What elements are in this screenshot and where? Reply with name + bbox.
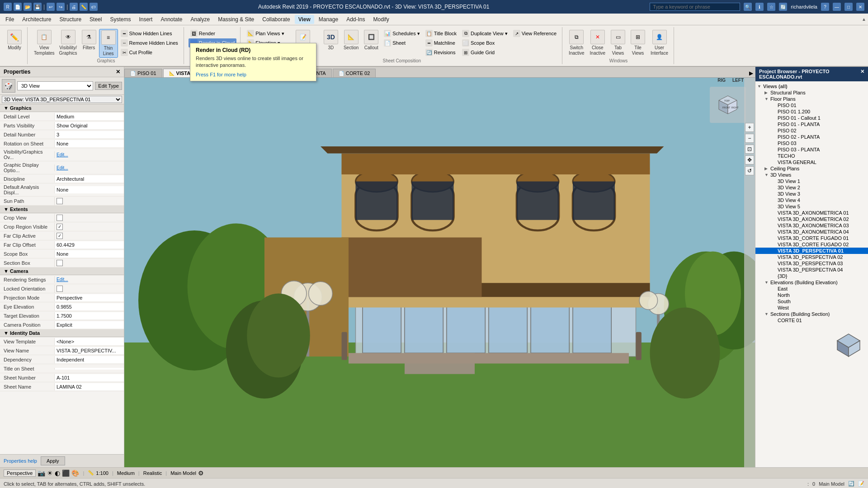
apply-btn[interactable]: Apply — [41, 456, 65, 465]
tab-views-btn[interactable]: ▭ TabViews — [609, 29, 627, 57]
print-btn[interactable]: 🖨 — [70, 3, 78, 11]
view-name-selector[interactable]: 3D View: VISTA 3D_PERSPECTIVA 01 — [2, 96, 122, 103]
silhouette-icon[interactable]: ⬛ — [62, 469, 70, 477]
pan-btn[interactable]: ✥ — [745, 155, 754, 164]
pb-vista-persp02[interactable]: VISTA 3D_PERSPECTIVA 02 — [755, 254, 868, 260]
section-btn[interactable]: 📐 Section — [342, 29, 360, 52]
sun-icon[interactable]: ☀ — [47, 469, 53, 477]
nav-cube[interactable]: LEFT RIG TOP FRONT RIGHT — [710, 87, 746, 123]
extents-section-header[interactable]: ▼ Extents — [0, 206, 124, 213]
pb-floor-plans[interactable]: ▼ Floor Plans — [755, 96, 868, 102]
menu-collaborate[interactable]: Collaborate — [259, 15, 293, 24]
cut-profile-btn[interactable]: ✂ Cut Profile — [119, 48, 180, 57]
user-interface-btn[interactable]: 👤 UserInterface — [649, 29, 670, 57]
menu-file[interactable]: File — [2, 15, 18, 24]
star-btn[interactable]: ☆ — [767, 3, 775, 11]
orbit-btn[interactable]: ↺ — [745, 166, 754, 175]
show-hidden-btn[interactable]: ━ Show Hidden Lines — [119, 29, 180, 38]
pb-sections[interactable]: ▼ Sections (Building Section) — [755, 311, 868, 317]
pb-vista-corte01[interactable]: VISTA 3D_CORTE FUGADO 01 — [755, 235, 868, 241]
pb-views-all[interactable]: ▼ Views (all) — [755, 83, 868, 89]
properties-close-btn[interactable]: ✕ — [116, 69, 120, 75]
pb-corte01[interactable]: CORTE 01 — [755, 317, 868, 324]
matchline-btn[interactable]: ━ Matchline — [424, 38, 458, 47]
tab-corte02[interactable]: 📄 CORTE 02 — [333, 69, 376, 77]
close-inactive-btn[interactable]: ✕ CloseInactive — [588, 29, 607, 57]
menu-modify[interactable]: Modify — [370, 15, 393, 24]
undo-btn[interactable]: ↩ — [47, 3, 55, 11]
pb-vista-persp03[interactable]: VISTA 3D_PERSPECTIVA 03 — [755, 260, 868, 267]
switch-windows-btn[interactable]: ⧉ SwitchInactive — [567, 29, 586, 57]
graphic-display-edit[interactable]: Edit... — [57, 165, 68, 170]
close-btn[interactable]: ✕ — [856, 3, 864, 11]
rendering-icon[interactable]: 🎨 — [71, 469, 79, 477]
pb-3d-view1[interactable]: 3D View 1 — [755, 178, 868, 184]
thin-lines-btn[interactable]: ≡ ThinLines — [99, 29, 118, 58]
menu-annotate[interactable]: Annotate — [157, 15, 186, 24]
workset-btn[interactable]: ⚙ — [198, 469, 204, 477]
pb-vista-axon04[interactable]: VISTA 3D_AXONOMETRICA 04 — [755, 229, 868, 235]
pb-elevations[interactable]: ▼ Elevations (Building Elevation) — [755, 279, 868, 286]
sync-icon[interactable]: 🔄 — [848, 481, 854, 487]
zoom-in-btn[interactable]: + — [745, 123, 754, 132]
open-btn[interactable]: 📂 — [24, 3, 32, 11]
duplicate-view-btn[interactable]: ⧉ Duplicate View ▾ — [460, 29, 509, 38]
pb-south[interactable]: South — [755, 298, 868, 305]
pb-3d-view4[interactable]: 3D View 4 — [755, 197, 868, 203]
info-btn[interactable]: ℹ — [755, 3, 764, 11]
crop-view-checkbox[interactable] — [57, 215, 63, 221]
pb-piso01[interactable]: PISO 01 — [755, 102, 868, 108]
redo-btn[interactable]: ↪ — [57, 3, 65, 11]
menu-architecture[interactable]: Architecture — [19, 15, 55, 24]
pb-piso03[interactable]: PISO 03 — [755, 140, 868, 146]
pb-vista-axon03[interactable]: VISTA 3D_AXONOMETRICA 03 — [755, 222, 868, 229]
revisions-btn[interactable]: 🔄 Revisions — [424, 48, 458, 57]
pb-vista-axon01[interactable]: VISTA 3D_AXONOMETRICA 01 — [755, 210, 868, 216]
rendering-settings-edit[interactable]: Edit... — [57, 277, 68, 282]
sun-path-checkbox[interactable] — [57, 198, 63, 204]
remove-hidden-btn[interactable]: ╌ Remove Hidden Lines — [119, 38, 180, 47]
perspective-mode-btn[interactable]: Perspective — [4, 469, 36, 477]
camera-icon[interactable]: 📷 — [38, 469, 45, 477]
shadows-icon[interactable]: ◐ — [55, 469, 60, 477]
scale-icon[interactable]: 📏 — [88, 470, 94, 476]
tile-views-btn[interactable]: ⊞ TileViews — [629, 29, 647, 57]
pb-piso01-1200[interactable]: PISO 01 1.200 — [755, 108, 868, 115]
visibility-graphics-btn[interactable]: 👁 Visibility/Graphics — [57, 29, 79, 57]
visual-style-btn[interactable]: Realistic — [143, 470, 162, 476]
pb-3d-view2[interactable]: 3D View 2 — [755, 184, 868, 191]
pb-vista-persp01[interactable]: VISTA 3D_PERSPECTIVA 01 — [755, 248, 868, 254]
save-btn[interactable]: 💾 — [33, 3, 42, 11]
tag-btn[interactable]: 🏷 — [90, 3, 98, 11]
pb-piso02[interactable]: PISO 02 — [755, 127, 868, 134]
pb-3d-view5[interactable]: 3D View 5 — [755, 203, 868, 210]
locked-orientation-checkbox[interactable] — [57, 286, 63, 292]
menu-steel[interactable]: Steel — [86, 15, 105, 24]
modify-btn[interactable]: ✏️ Modify — [5, 29, 24, 52]
pb-piso01-callout[interactable]: PISO 01 - Callout 1 — [755, 115, 868, 121]
search-input[interactable] — [650, 3, 740, 11]
graphics-section-header[interactable]: ▼ Graphics — [0, 104, 124, 112]
pb-east[interactable]: East — [755, 286, 868, 292]
view-type-dropdown[interactable]: 3D View — [17, 81, 93, 90]
pb-ceiling-plans[interactable]: ▶ Ceiling Plans — [755, 165, 868, 172]
pb-piso01-planta[interactable]: PISO 01 - PLANTA — [755, 121, 868, 127]
plan-views-btn[interactable]: 📐 Plan Views ▾ — [245, 29, 286, 38]
view-templates-btn[interactable]: 📋 ViewTemplates — [32, 29, 57, 57]
sync-btn[interactable]: 🔄 — [779, 3, 787, 11]
scope-box-btn[interactable]: ⬜ Scope Box — [460, 38, 509, 47]
pb-3d-views[interactable]: ▼ 3D Views — [755, 172, 868, 178]
sheet-btn[interactable]: 📄 Sheet — [382, 38, 421, 47]
pb-3d-default[interactable]: {3D} — [755, 273, 868, 279]
help-btn[interactable]: ? — [821, 3, 829, 11]
callout-btn[interactable]: 🔲 Callout — [362, 29, 380, 52]
filters-btn[interactable]: ⚗ Filters — [80, 29, 98, 52]
pb-3d-view3[interactable]: 3D View 3 — [755, 191, 868, 197]
ribbon-toggle[interactable]: ▲ — [862, 17, 866, 22]
pb-techo[interactable]: TECHO — [755, 153, 868, 159]
maximize-btn[interactable]: □ — [844, 3, 853, 11]
zoom-out-btn[interactable]: − — [745, 134, 754, 143]
menu-structure[interactable]: Structure — [56, 15, 85, 24]
render-btn[interactable]: 🖼 Render — [189, 29, 237, 38]
tab-scroll-right[interactable]: ▶ — [747, 69, 755, 77]
